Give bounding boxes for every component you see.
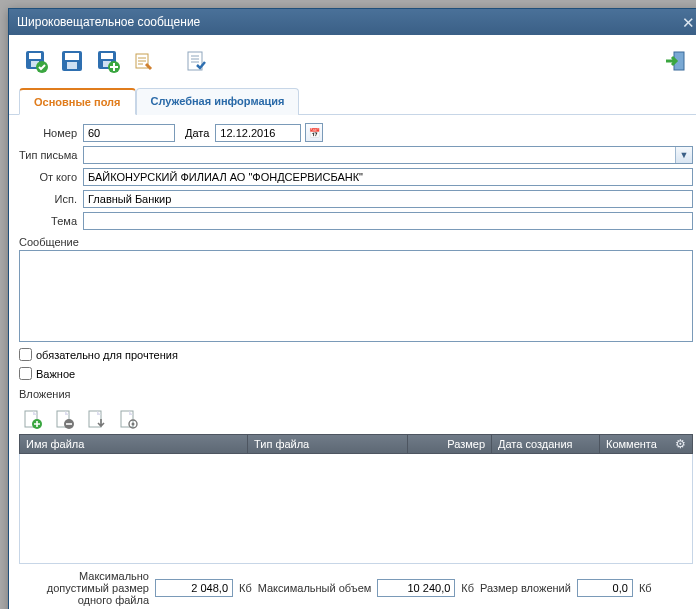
save-plus-button[interactable]: [93, 46, 123, 76]
footer: Максимально допустимый размер одного фай…: [19, 564, 693, 606]
message-label: Сообщение: [19, 236, 693, 248]
window-title: Широковещательное сообщение: [17, 15, 200, 29]
chevron-down-icon[interactable]: ▼: [675, 147, 692, 163]
attachments-grid-body[interactable]: [19, 454, 693, 564]
important-checkbox-row[interactable]: Важное: [19, 367, 693, 380]
attachment-view-button[interactable]: [117, 408, 139, 430]
svg-rect-1: [29, 53, 41, 59]
gear-icon[interactable]: ⚙: [675, 437, 686, 451]
tabs: Основные поля Служебная информация: [9, 87, 696, 115]
svg-point-25: [132, 423, 135, 426]
date-picker-button[interactable]: 📅: [305, 123, 323, 142]
from-label: От кого: [19, 171, 83, 183]
important-checkbox[interactable]: [19, 367, 32, 380]
attachments-label: Вложения: [19, 388, 693, 400]
max-vol-value: [377, 579, 455, 597]
svg-rect-6: [67, 62, 77, 69]
titlebar: Широковещательное сообщение ✕: [9, 9, 696, 35]
attachment-download-button[interactable]: [85, 408, 107, 430]
svg-rect-8: [101, 53, 113, 59]
form: Номер Дата 📅 Тип письма ▼ От кого Исп. Т…: [19, 123, 693, 230]
type-label: Тип письма: [19, 149, 83, 161]
attachment-add-button[interactable]: [21, 408, 43, 430]
message-textarea[interactable]: [19, 250, 693, 342]
exec-label: Исп.: [19, 193, 83, 205]
max-vol-label: Максимальный объем: [258, 582, 372, 594]
tab-service[interactable]: Служебная информация: [136, 88, 300, 115]
attachments-toolbar: [19, 404, 693, 434]
grid-col-filename[interactable]: Имя файла: [20, 435, 248, 453]
grid-col-date[interactable]: Дата создания: [492, 435, 600, 453]
svg-rect-5: [65, 53, 79, 60]
floppy-plus-icon: [96, 49, 120, 73]
mandatory-checkbox-row[interactable]: обязательно для прочтения: [19, 348, 693, 361]
attachment-remove-button[interactable]: [53, 408, 75, 430]
attachments-grid-header: Имя файла Тип файла Размер Дата создания…: [19, 434, 693, 454]
subject-label: Тема: [19, 215, 83, 227]
doc-check-icon: [185, 50, 207, 72]
max-one-value: [155, 579, 233, 597]
exit-icon: [664, 49, 688, 73]
subject-input[interactable]: [83, 212, 693, 230]
tab-content: Номер Дата 📅 Тип письма ▼ От кого Исп. Т…: [9, 115, 696, 609]
doc-minus-icon: [54, 409, 74, 429]
calendar-icon: 📅: [309, 128, 320, 138]
broadcast-message-window: Широковещательное сообщение ✕ Основные п…: [8, 8, 696, 609]
grid-col-filetype[interactable]: Тип файла: [248, 435, 408, 453]
exec-input[interactable]: [83, 190, 693, 208]
save-check-button[interactable]: [21, 46, 51, 76]
number-input[interactable]: [83, 124, 175, 142]
save-button[interactable]: [57, 46, 87, 76]
type-input[interactable]: [83, 146, 693, 164]
max-one-label: Максимально допустимый размер одного фай…: [19, 570, 149, 606]
date-label: Дата: [185, 127, 209, 139]
toolbar: [9, 35, 696, 87]
important-label: Важное: [36, 368, 75, 380]
mandatory-checkbox[interactable]: [19, 348, 32, 361]
doc-download-icon: [86, 409, 106, 429]
number-label: Номер: [19, 127, 83, 139]
sign-button[interactable]: [129, 46, 159, 76]
unit-1: Кб: [239, 582, 252, 594]
att-size-label: Размер вложений: [480, 582, 571, 594]
floppy-icon: [60, 49, 84, 73]
exit-button[interactable]: [661, 46, 691, 76]
from-input[interactable]: [83, 168, 693, 186]
mandatory-label: обязательно для прочтения: [36, 349, 178, 361]
doc-plus-icon: [22, 409, 42, 429]
doc-view-icon: [118, 409, 138, 429]
close-icon[interactable]: ✕: [682, 15, 695, 30]
date-input[interactable]: [215, 124, 301, 142]
tab-main[interactable]: Основные поля: [19, 88, 136, 115]
check-list-button[interactable]: [181, 46, 211, 76]
unit-2: Кб: [461, 582, 474, 594]
grid-col-size[interactable]: Размер: [408, 435, 492, 453]
floppy-check-icon: [24, 49, 48, 73]
unit-3: Кб: [639, 582, 652, 594]
grid-col-comment[interactable]: Коммента ⚙: [600, 435, 692, 453]
type-select[interactable]: ▼: [83, 146, 693, 164]
stamp-icon: [133, 50, 155, 72]
att-size-value: [577, 579, 633, 597]
